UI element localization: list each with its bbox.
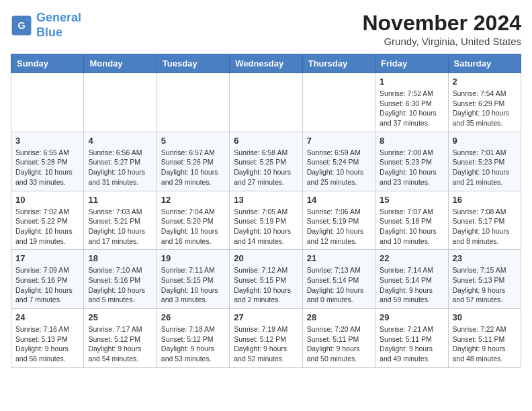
calendar-cell: 5Sunrise: 6:57 AM Sunset: 5:26 PM Daylig… [157, 132, 229, 191]
day-info: Sunrise: 7:07 AM Sunset: 5:18 PM Dayligh… [380, 207, 443, 246]
day-number: 25 [88, 312, 152, 322]
day-number: 12 [161, 195, 225, 205]
calendar-cell: 18Sunrise: 7:10 AM Sunset: 5:16 PM Dayli… [84, 250, 157, 309]
day-info: Sunrise: 7:11 AM Sunset: 5:15 PM Dayligh… [161, 265, 225, 305]
day-number: 7 [307, 136, 371, 146]
day-info: Sunrise: 7:14 AM Sunset: 5:14 PM Dayligh… [380, 265, 443, 305]
calendar-cell: 26Sunrise: 7:18 AM Sunset: 5:12 PM Dayli… [157, 309, 229, 368]
day-info: Sunrise: 7:17 AM Sunset: 5:12 PM Dayligh… [88, 324, 152, 364]
day-info: Sunrise: 7:10 AM Sunset: 5:16 PM Dayligh… [88, 265, 152, 305]
day-number: 8 [380, 136, 443, 146]
calendar-header: SundayMondayTuesdayWednesdayThursdayFrid… [11, 54, 521, 73]
day-number: 15 [380, 195, 443, 205]
calendar-cell: 3Sunrise: 6:55 AM Sunset: 5:28 PM Daylig… [11, 132, 84, 191]
calendar-cell: 17Sunrise: 7:09 AM Sunset: 5:16 PM Dayli… [11, 250, 84, 309]
day-info: Sunrise: 7:15 AM Sunset: 5:13 PM Dayligh… [453, 265, 517, 305]
weekday-header-wednesday: Wednesday [230, 54, 302, 73]
day-info: Sunrise: 7:21 AM Sunset: 5:11 PM Dayligh… [380, 324, 443, 364]
svg-text:G: G [17, 19, 25, 30]
calendar-cell: 23Sunrise: 7:15 AM Sunset: 5:13 PM Dayli… [448, 250, 521, 309]
day-number: 1 [380, 77, 443, 87]
calendar-table: SundayMondayTuesdayWednesdayThursdayFrid… [11, 54, 521, 368]
day-info: Sunrise: 7:54 AM Sunset: 6:29 PM Dayligh… [453, 89, 517, 128]
calendar-week-row: 3Sunrise: 6:55 AM Sunset: 5:28 PM Daylig… [11, 132, 521, 191]
day-number: 18 [88, 253, 152, 263]
day-number: 30 [453, 312, 517, 322]
day-number: 20 [234, 253, 298, 263]
day-info: Sunrise: 7:13 AM Sunset: 5:14 PM Dayligh… [307, 265, 371, 305]
calendar-week-row: 1Sunrise: 7:52 AM Sunset: 6:30 PM Daylig… [11, 73, 521, 132]
day-info: Sunrise: 7:00 AM Sunset: 5:23 PM Dayligh… [380, 148, 443, 187]
logo: G General Blue [11, 11, 81, 40]
calendar-cell [157, 73, 229, 132]
day-number: 9 [453, 136, 517, 146]
day-number: 27 [234, 312, 298, 322]
calendar-cell: 14Sunrise: 7:06 AM Sunset: 5:19 PM Dayli… [302, 191, 375, 250]
weekday-header-thursday: Thursday [302, 54, 375, 73]
location: Grundy, Virginia, United States [362, 36, 521, 47]
day-number: 26 [161, 312, 225, 322]
calendar-cell: 6Sunrise: 6:58 AM Sunset: 5:25 PM Daylig… [230, 132, 302, 191]
day-info: Sunrise: 7:03 AM Sunset: 5:21 PM Dayligh… [88, 207, 152, 246]
day-info: Sunrise: 6:55 AM Sunset: 5:28 PM Dayligh… [15, 148, 79, 187]
logo-text: General Blue [36, 11, 81, 40]
calendar-week-row: 10Sunrise: 7:02 AM Sunset: 5:22 PM Dayli… [11, 191, 521, 250]
calendar-cell: 30Sunrise: 7:22 AM Sunset: 5:11 PM Dayli… [448, 309, 521, 368]
logo-icon: G [11, 15, 32, 36]
day-info: Sunrise: 6:58 AM Sunset: 5:25 PM Dayligh… [234, 148, 298, 187]
day-number: 16 [453, 195, 517, 205]
day-info: Sunrise: 7:04 AM Sunset: 5:20 PM Dayligh… [161, 207, 225, 246]
day-info: Sunrise: 7:05 AM Sunset: 5:19 PM Dayligh… [234, 207, 298, 246]
calendar-week-row: 24Sunrise: 7:16 AM Sunset: 5:13 PM Dayli… [11, 309, 521, 368]
day-number: 24 [15, 312, 79, 322]
day-number: 6 [234, 136, 298, 146]
day-number: 28 [307, 312, 371, 322]
day-info: Sunrise: 7:09 AM Sunset: 5:16 PM Dayligh… [15, 265, 79, 305]
calendar-cell [230, 73, 302, 132]
calendar-cell: 16Sunrise: 7:08 AM Sunset: 5:17 PM Dayli… [448, 191, 521, 250]
calendar-cell: 29Sunrise: 7:21 AM Sunset: 5:11 PM Dayli… [375, 309, 448, 368]
day-number: 4 [88, 136, 152, 146]
calendar-week-row: 17Sunrise: 7:09 AM Sunset: 5:16 PM Dayli… [11, 250, 521, 309]
day-info: Sunrise: 7:01 AM Sunset: 5:23 PM Dayligh… [453, 148, 517, 187]
weekday-header-saturday: Saturday [448, 54, 521, 73]
calendar-cell [11, 73, 84, 132]
day-info: Sunrise: 7:02 AM Sunset: 5:22 PM Dayligh… [15, 207, 79, 246]
day-number: 17 [15, 253, 79, 263]
day-info: Sunrise: 7:22 AM Sunset: 5:11 PM Dayligh… [453, 324, 517, 364]
day-number: 2 [453, 77, 517, 87]
day-info: Sunrise: 7:18 AM Sunset: 5:12 PM Dayligh… [161, 324, 225, 364]
calendar-body: 1Sunrise: 7:52 AM Sunset: 6:30 PM Daylig… [11, 73, 521, 368]
day-info: Sunrise: 7:52 AM Sunset: 6:30 PM Dayligh… [380, 89, 443, 128]
calendar-cell: 2Sunrise: 7:54 AM Sunset: 6:29 PM Daylig… [448, 73, 521, 132]
calendar-cell: 13Sunrise: 7:05 AM Sunset: 5:19 PM Dayli… [230, 191, 302, 250]
day-number: 29 [380, 312, 443, 322]
calendar-cell: 24Sunrise: 7:16 AM Sunset: 5:13 PM Dayli… [11, 309, 84, 368]
day-info: Sunrise: 6:59 AM Sunset: 5:24 PM Dayligh… [307, 148, 371, 187]
month-title: November 2024 [362, 11, 521, 36]
calendar-cell: 11Sunrise: 7:03 AM Sunset: 5:21 PM Dayli… [84, 191, 157, 250]
calendar-cell: 19Sunrise: 7:11 AM Sunset: 5:15 PM Dayli… [157, 250, 229, 309]
weekday-header-sunday: Sunday [11, 54, 84, 73]
calendar-cell: 10Sunrise: 7:02 AM Sunset: 5:22 PM Dayli… [11, 191, 84, 250]
day-number: 21 [307, 253, 371, 263]
weekday-header-monday: Monday [84, 54, 157, 73]
calendar-cell: 22Sunrise: 7:14 AM Sunset: 5:14 PM Dayli… [375, 250, 448, 309]
day-info: Sunrise: 6:57 AM Sunset: 5:26 PM Dayligh… [161, 148, 225, 187]
calendar-cell [302, 73, 375, 132]
calendar-cell: 15Sunrise: 7:07 AM Sunset: 5:18 PM Dayli… [375, 191, 448, 250]
title-area: November 2024 Grundy, Virginia, United S… [362, 11, 521, 47]
calendar-cell: 27Sunrise: 7:19 AM Sunset: 5:12 PM Dayli… [230, 309, 302, 368]
day-number: 22 [380, 253, 443, 263]
calendar-cell: 25Sunrise: 7:17 AM Sunset: 5:12 PM Dayli… [84, 309, 157, 368]
calendar-cell: 28Sunrise: 7:20 AM Sunset: 5:11 PM Dayli… [302, 309, 375, 368]
day-number: 10 [15, 195, 79, 205]
calendar-cell: 7Sunrise: 6:59 AM Sunset: 5:24 PM Daylig… [302, 132, 375, 191]
day-info: Sunrise: 7:20 AM Sunset: 5:11 PM Dayligh… [307, 324, 371, 364]
calendar-cell: 1Sunrise: 7:52 AM Sunset: 6:30 PM Daylig… [375, 73, 448, 132]
day-number: 5 [161, 136, 225, 146]
calendar-cell: 4Sunrise: 6:56 AM Sunset: 5:27 PM Daylig… [84, 132, 157, 191]
calendar-cell: 21Sunrise: 7:13 AM Sunset: 5:14 PM Dayli… [302, 250, 375, 309]
logo-line1: General [36, 11, 81, 24]
calendar-cell: 12Sunrise: 7:04 AM Sunset: 5:20 PM Dayli… [157, 191, 229, 250]
